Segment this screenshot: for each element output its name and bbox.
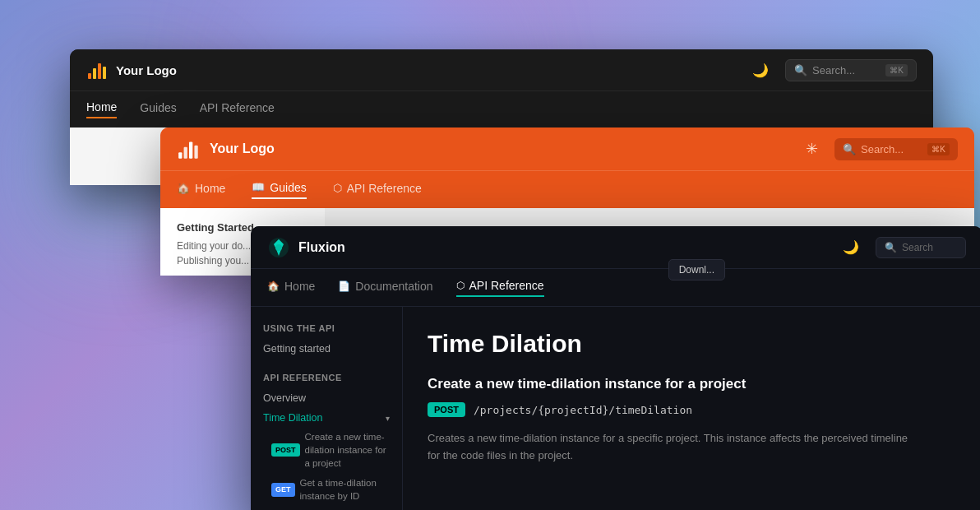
svg-rect-5 [184,147,187,159]
api-icon: ⬡ [333,182,342,194]
dark-nav-home[interactable]: 🏠 Home [267,280,315,296]
dark-doc-icon: 📄 [338,280,350,292]
home-icon: 🏠 [177,182,190,194]
orange-logo-text: Your Logo [210,141,275,156]
orange-logo-icon [177,137,201,161]
black-search-kbd: ⌘K [885,64,908,76]
dark-body: Using the API Getting started API refere… [251,307,980,510]
window-dark: Fluxion 🌙 🔍 Search 🏠 Home 📄 Documentatio… [251,226,980,510]
black-search-text: Search... [812,64,881,76]
book-icon: 📖 [252,181,265,193]
orange-logo-area: Your Logo [177,137,796,161]
dark-sidebar: Using the API Getting started API refere… [251,307,403,510]
black-logo-text: Your Logo [116,63,177,77]
dark-logo-text: Fluxion [298,240,345,255]
dark-api-icon: ⬡ [456,280,465,291]
svg-rect-2 [98,63,101,79]
dark-sidebar-post-text: Create a new time-dilation instance for … [305,430,390,470]
orange-search-text: Search... [861,143,922,155]
black-nav-guides[interactable]: Guides [140,101,176,118]
svg-rect-1 [93,68,96,79]
black-nav-api[interactable]: API Reference [200,101,275,118]
dark-sidebar-time-dilation-label: Time Dilation [263,410,322,425]
black-logo-area: Your Logo [86,58,742,81]
dark-navbar: 🏠 Home 📄 Documentation ⬡ API Reference [251,269,980,307]
dark-endpoint-path: POST /projects/{projectId}/timeDilation [428,402,958,417]
black-nav-home[interactable]: Home [86,100,117,118]
svg-rect-7 [194,146,197,159]
dark-search-bar[interactable]: 🔍 Search [876,237,966,258]
svg-rect-0 [88,73,91,79]
orange-search-bar[interactable]: 🔍 Search... ⌘K [834,138,958,160]
dark-sidebar-post-badge: POST [271,443,300,457]
download-button[interactable]: Downl... [668,259,725,280]
dark-search-text: Search [902,242,933,253]
orange-search-kbd: ⌘K [927,143,950,155]
dark-path-text: /projects/{projectId}/timeDilation [474,404,692,416]
dark-sidebar-child-post[interactable]: POST Create a new time-dilation instance… [271,430,390,470]
orange-search-icon: 🔍 [843,143,856,155]
black-search-icon: 🔍 [794,64,807,76]
dark-sidebar-section-title-2: API reference [263,373,390,382]
dark-sidebar-get-text: Get a time-dilation instance by ID [300,476,390,503]
dark-topbar: Fluxion 🌙 🔍 Search [251,226,980,269]
dark-sidebar-time-dilation[interactable]: Time Dilation ▾ [263,410,390,425]
fluxion-logo-icon [267,236,290,259]
dark-nav-api[interactable]: ⬡ API Reference [456,279,544,297]
svg-rect-4 [178,152,182,159]
dark-nav-docs[interactable]: 📄 Documentation [338,280,432,296]
dark-sidebar-getting-started[interactable]: Getting started [263,341,390,356]
svg-rect-6 [189,141,192,158]
dark-sidebar-get-badge: GET [271,483,295,497]
orange-nav-guides[interactable]: 📖 Guides [252,181,306,199]
dark-main-content: Time Dilation Create a new time-dilation… [403,307,980,510]
dark-endpoint-description: Creates a new time-dilation instance for… [428,430,921,465]
black-moon-icon: 🌙 [752,63,769,78]
dark-sidebar-overview[interactable]: Overview [263,391,390,406]
orange-navbar: 🏠 Home 📖 Guides ⬡ API Reference [160,170,974,208]
dark-search-icon: 🔍 [885,242,897,253]
dark-home-icon: 🏠 [267,280,280,292]
dark-logo-area: Fluxion [267,236,833,259]
dark-moon-icon: 🌙 [843,239,859,255]
dark-endpoint-title: Create a new time-dilation instance for … [428,376,958,392]
dark-sidebar-section-title-1: Using the API [263,323,390,333]
orange-nav-home[interactable]: 🏠 Home [177,182,225,198]
svg-point-9 [275,244,282,251]
dark-sidebar-child-get[interactable]: GET Get a time-dilation instance by ID [271,476,390,503]
dark-page-title: Time Dilation [428,330,958,358]
black-navbar: Home Guides API Reference [70,90,933,128]
orange-topbar: Your Logo ✳ 🔍 Search... ⌘K [160,128,974,170]
svg-rect-3 [103,67,106,79]
dark-sidebar-time-dilation-children: POST Create a new time-dilation instance… [263,430,390,503]
dark-sidebar-section-api-usage: Using the API Getting started [263,323,390,356]
orange-sun-icon: ✳ [806,140,818,158]
orange-nav-api[interactable]: ⬡ API Reference [333,182,422,198]
black-search-bar[interactable]: 🔍 Search... ⌘K [785,59,917,81]
chevron-down-icon: ▾ [386,414,390,423]
dark-post-badge: POST [428,402,465,417]
dark-sidebar-section-api-ref: API reference Overview Time Dilation ▾ P… [263,373,390,503]
black-topbar: Your Logo 🌙 🔍 Search... ⌘K [70,49,933,90]
black-logo-icon [86,58,109,81]
